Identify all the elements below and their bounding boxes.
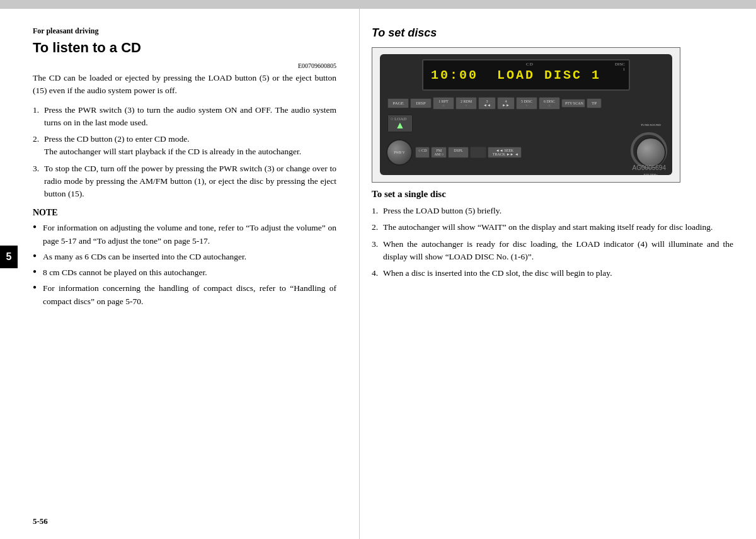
seek-track-button[interactable]: ◄◄ SEEK TRACK ►► ◄: [488, 147, 522, 158]
cd-player-image: CD DISC1 10:00 LOAD DISC 1 PAGE DISP 1 R…: [372, 47, 680, 183]
disp-button[interactable]: DISP: [410, 98, 432, 108]
note-item-1: For information on adjusting the volume …: [33, 222, 336, 247]
cd-label: CD: [526, 62, 534, 67]
page-button[interactable]: PAGE: [387, 98, 409, 108]
note-item-3: 8 cm CDs cannot be played on this autoch…: [33, 266, 336, 279]
tune-sound-label: TUNE/SOUND: [641, 123, 661, 127]
step-2: 2. Press the CD button (2) to enter CD m…: [33, 133, 336, 159]
display-text: 10:00 LOAD DISC 1: [431, 68, 601, 82]
tp-button[interactable]: TP: [587, 98, 602, 108]
ag-label: AG0005694: [633, 164, 666, 171]
bottom-btn-row-1: ○ CD FMAM ○ DSPL ◄◄ SEEK TRACK ►► ◄: [415, 147, 633, 158]
sd-step-1: 1. Press the LOAD button (5) briefly.: [372, 205, 733, 217]
load-label: ○ LOAD: [391, 116, 406, 122]
sd-step-2: 2. The autochanger will show “WAIT” on t…: [372, 221, 733, 234]
sd-step-4: 4. When a disc is inserted into the CD s…: [372, 267, 733, 280]
single-disc-title: To set a single disc: [372, 189, 733, 200]
pwr-knob-container: PWR·V: [386, 139, 413, 166]
step-1: 1. Press the PWR switch (3) to turn the …: [33, 104, 336, 130]
sd-step-2-num: 2.: [372, 221, 378, 234]
tune-knob-container: TUNE/SOUND FOLDER+: [636, 137, 666, 167]
cd-display: CD DISC1 10:00 LOAD DISC 1: [422, 59, 630, 91]
steps-list: 1. Press the PWR switch (3) to turn the …: [33, 104, 336, 201]
empty-button: [470, 147, 486, 158]
disc-n-label: DISC1: [615, 62, 625, 72]
step-2-text: Press the CD button (2) to enter CD mode…: [44, 134, 301, 156]
left-column: For pleasant driving To listen to a CD E…: [0, 9, 359, 539]
note-item-4: For information concerning the handling …: [33, 282, 336, 308]
sd-step-3-text: When the autochanger is ready for disc l…: [383, 239, 733, 261]
am-fm-button[interactable]: FMAM ○: [431, 147, 447, 158]
right-column: To set discs CD DISC1 10:00 LOAD DISC 1 …: [359, 9, 756, 539]
dspl-button[interactable]: DSPL: [448, 147, 469, 158]
sd-step-4-num: 4.: [372, 267, 378, 280]
note-item-2: As many as 6 CDs can be inserted into th…: [33, 251, 336, 263]
note-title: NOTE: [33, 208, 336, 218]
track3-button[interactable]: 3 ◄◄: [478, 97, 496, 110]
step-3-num: 3.: [33, 162, 39, 175]
note-section: NOTE For information on adjusting the vo…: [33, 208, 336, 308]
button-row-1: PAGE DISP 1 RPT○ 2 RDM○ 3 ◄◄ 4 ►► 5 DISC…: [387, 97, 665, 110]
sd-step-1-num: 1.: [372, 205, 378, 217]
pwr-knob-label: PWR·V: [394, 150, 404, 155]
main-title: To listen to a CD: [33, 40, 336, 56]
section-label: For pleasant driving: [33, 26, 336, 36]
sd-step-3-num: 3.: [372, 238, 378, 251]
page-content: For pleasant driving To listen to a CD E…: [0, 9, 756, 539]
disc5-button[interactable]: 5 DISC○: [516, 97, 537, 110]
folder-label: FOLDER+: [644, 173, 658, 175]
step-1-text: Press the PWR switch (3) to turn the aud…: [44, 105, 336, 127]
rpt-button[interactable]: 1 RPT○: [433, 97, 454, 110]
load-row: ○ LOAD ▲ ▲: [387, 115, 413, 132]
step-2-num: 2.: [33, 133, 39, 145]
note-items-list: For information on adjusting the volume …: [33, 222, 336, 308]
cd-player-inner: CD DISC1 10:00 LOAD DISC 1 PAGE DISP 1 R…: [380, 54, 672, 175]
step-3: 3. To stop the CD, turn off the power by…: [33, 162, 336, 201]
top-bar: [0, 0, 756, 9]
intro-text: The CD can be loaded or ejected by press…: [33, 72, 336, 98]
bottom-controls: PWR·V ○ CD FMAM ○ DSPL ◄◄ SEEK TRACK ►► …: [386, 137, 666, 167]
step-3-text: To stop the CD, turn off the power by pr…: [44, 164, 336, 199]
center-controls: ○ CD FMAM ○ DSPL ◄◄ SEEK TRACK ►► ◄: [415, 147, 633, 158]
track4-button[interactable]: 4 ►►: [497, 97, 515, 110]
sd-step-3: 3. When the autochanger is ready for dis…: [372, 238, 733, 264]
disc6-button[interactable]: 6 DISC○: [539, 97, 560, 110]
sd-step-2-text: The autochanger will show “WAIT” on the …: [383, 222, 713, 232]
pty-scan-button[interactable]: PTY·SCAN: [561, 99, 585, 108]
single-disc-steps: 1. Press the LOAD button (5) briefly. 2.…: [372, 205, 733, 280]
tune-sound-knob[interactable]: [636, 137, 666, 167]
step-1-num: 1.: [33, 104, 39, 116]
rdm-button[interactable]: 2 RDM○: [455, 97, 477, 110]
load-button[interactable]: ○ LOAD ▲: [387, 115, 413, 132]
error-code: E00709600805: [33, 62, 336, 69]
sd-step-4-text: When a disc is inserted into the CD slot…: [383, 268, 612, 278]
right-section-title: To set discs: [372, 26, 733, 40]
cd-mode-button[interactable]: ○ CD: [415, 147, 430, 158]
page-footer: 5-56: [33, 516, 48, 526]
sd-step-1-text: Press the LOAD button (5) briefly.: [383, 206, 501, 215]
